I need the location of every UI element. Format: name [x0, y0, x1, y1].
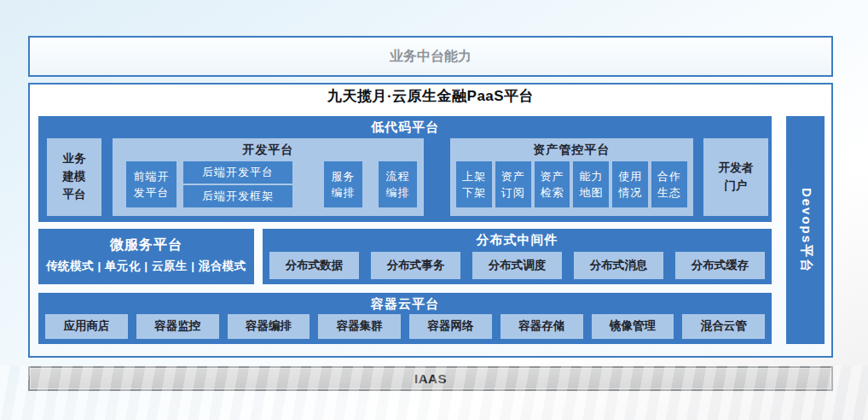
service-orchestration-box: 服务 编排	[324, 161, 362, 207]
backend-stack: 后端开发平台 后端开发框架	[183, 161, 292, 207]
iaas-label: IAAS	[414, 371, 447, 386]
low-code-title: 低代码平台	[38, 116, 772, 138]
microservice-title: 微服务平台	[38, 236, 254, 254]
section-container-cloud: 容器云平台 应用商店 容器监控 容器编排 容器集群 容器网络 容器存储 镜像管理…	[38, 293, 772, 344]
business-modeling-platform-box: 业务 建模 平台	[47, 138, 101, 216]
dev-platform-panel: 开发平台 前端开 发平台 后端开发平台 后端开发框架 服务 编排 流程 编排	[113, 138, 424, 216]
section-microservice-platform: 微服务平台 传统模式 | 单元化 | 云原生 | 混合模式	[38, 229, 254, 284]
container-item-orchestration: 容器编排	[228, 314, 310, 339]
asset-items-row: 上架 下架 资产 订阅 资产 检索 能力 地图 使用 情况 合作 生态	[456, 161, 687, 207]
section-devops-platform: Devops平台	[786, 116, 825, 344]
asset-item-ecosystem: 合作 生态	[651, 161, 687, 207]
business-midplatform-label: 业务中台能力	[390, 48, 472, 66]
middleware-item-data: 分布式数据	[269, 252, 359, 279]
process-orchestration-box: 流程 编排	[379, 161, 417, 207]
middleware-item-messaging: 分布式消息	[574, 252, 663, 279]
dev-platform-title: 开发平台	[113, 140, 424, 159]
container-item-image-mgmt: 镜像管理	[592, 314, 674, 339]
middleware-item-transaction: 分布式事务	[371, 252, 460, 279]
middleware-items-row: 分布式数据 分布式事务 分布式调度 分布式消息 分布式缓存	[269, 252, 765, 279]
middleware-item-scheduling: 分布式调度	[472, 252, 562, 279]
paas-platform-title: 九天揽月·云原生金融PaaS平台	[28, 86, 833, 106]
business-midplatform-banner: 业务中台能力	[28, 36, 833, 77]
middleware-title: 分布式中间件	[263, 229, 772, 251]
section-distributed-middleware: 分布式中间件 分布式数据 分布式事务 分布式调度 分布式消息 分布式缓存	[263, 229, 772, 284]
asset-item-shelf: 上架 下架	[456, 161, 492, 207]
backend-dev-platform-box: 后端开发平台	[183, 161, 292, 184]
container-item-network: 容器网络	[409, 314, 492, 339]
microservice-modes: 传统模式 | 单元化 | 云原生 | 混合模式	[38, 259, 254, 274]
middleware-item-cache: 分布式缓存	[675, 252, 765, 279]
container-item-cluster: 容器集群	[318, 314, 401, 339]
container-item-app-store: 应用商店	[45, 314, 128, 339]
container-item-monitoring: 容器监控	[136, 314, 219, 339]
container-item-storage: 容器存储	[501, 314, 583, 339]
asset-item-subscribe: 资产 订阅	[495, 161, 531, 207]
iaas-bar: IAAS	[28, 366, 833, 391]
container-item-hybrid-cloud: 混合云管	[682, 314, 765, 339]
container-cloud-title: 容器云平台	[38, 293, 772, 314]
architecture-diagram: 业务中台能力 九天揽月·云原生金融PaaS平台 低代码平台 业务 建模 平台 开…	[0, 0, 868, 420]
asset-item-search: 资产 检索	[535, 161, 570, 207]
backend-dev-framework-box: 后端开发框架	[183, 185, 292, 207]
developer-portal-box: 开发者 门户	[703, 138, 768, 216]
devops-label: Devops平台	[797, 187, 813, 272]
asset-item-capability-map: 能力 地图	[573, 161, 609, 207]
section-low-code-platform: 低代码平台 业务 建模 平台 开发平台 前端开 发平台 后端开发平台 后端开发框…	[38, 116, 772, 222]
frontend-dev-platform-box: 前端开 发平台	[126, 161, 176, 207]
asset-control-title: 资产管控平台	[450, 140, 693, 159]
asset-item-usage: 使用 情况	[612, 161, 648, 207]
asset-control-panel: 资产管控平台 上架 下架 资产 订阅 资产 检索 能力 地图 使用 情况 合作 …	[450, 138, 693, 216]
container-items-row: 应用商店 容器监控 容器编排 容器集群 容器网络 容器存储 镜像管理 混合云管	[45, 314, 765, 339]
